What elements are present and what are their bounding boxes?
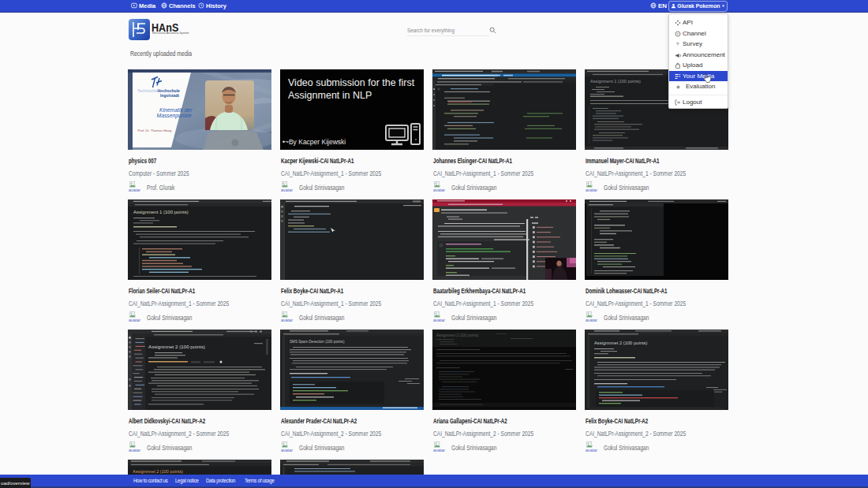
svg-text:Assignment 2 (100 points): Assignment 2 (100 points) <box>436 333 479 337</box>
svg-text:Ingolstadt: Ingolstadt <box>160 93 179 98</box>
svg-text:Assignment 1 (100 points): Assignment 1 (100 points) <box>590 79 641 84</box>
svg-text:Assignment 1 (100 points): Assignment 1 (100 points) <box>133 210 189 214</box>
svg-text:Video submission for the first: Video submission for the first <box>288 77 415 88</box>
svg-text:Assignmnet 2 (100 points): Assignmnet 2 (100 points) <box>148 344 205 349</box>
svg-text:SMS Spam Detection (100 points: SMS Spam Detection (100 points) <box>290 340 345 344</box>
svg-text:Massenpunkte: Massenpunkte <box>157 113 192 119</box>
svg-text:Assignmnet 2 (100 points): Assignmnet 2 (100 points) <box>133 469 183 474</box>
svg-text:Technische: Technische <box>137 88 157 93</box>
svg-text:•~By Kacper Kijewski: •~By Kacper Kijewski <box>282 138 346 146</box>
svg-text:Assignment in NLP: Assignment in NLP <box>288 90 372 101</box>
svg-text:?: ? <box>676 42 679 47</box>
svg-text:Assignmnet 2 (100 points): Assignmnet 2 (100 points) <box>594 341 647 345</box>
svg-text:Prof. Dr. Thomas Haag: Prof. Dr. Thomas Haag <box>138 129 172 132</box>
svg-text:Kinematik der: Kinematik der <box>159 107 193 113</box>
